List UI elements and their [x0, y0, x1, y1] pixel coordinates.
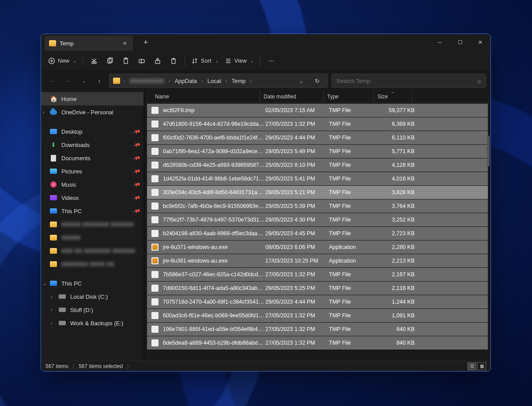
column-size[interactable]: ⌄Size: [374, 90, 412, 102]
search-box[interactable]: ⌕: [332, 74, 486, 88]
table-row[interactable]: bc9e5f2c-7afb-4b0a-8ec9-915506963e1b...2…: [147, 199, 488, 213]
chevron-right-icon[interactable]: ›: [43, 110, 44, 115]
copy-button[interactable]: [102, 53, 117, 68]
breadcrumb-user[interactable]: XXXXXXXXX: [127, 77, 167, 85]
cut-button[interactable]: [87, 53, 102, 68]
sidebar-item-onedrive[interactable]: › OneDrive - Personal: [41, 105, 143, 119]
navigation-pane[interactable]: 🏠 Home › OneDrive - Personal Desktop📌⬇Do…: [41, 90, 143, 361]
application-icon: [151, 244, 158, 251]
column-date[interactable]: Date modified: [260, 90, 324, 102]
sidebar-item-downloads[interactable]: ⬇Downloads📌: [41, 138, 143, 151]
table-row[interactable]: 7b596e37-c027-46ec-925a-c142d0dcd58a...2…: [147, 268, 488, 281]
file-size: 59,377 KB: [379, 107, 415, 113]
nav-back-button[interactable]: ←: [45, 75, 58, 87]
file-name: 47d51800-9156-44c4-827d-96e19cdda84d...: [163, 121, 265, 127]
new-tab-button[interactable]: +: [138, 35, 153, 50]
paste-button[interactable]: [118, 53, 133, 68]
chevron-right-icon[interactable]: ›: [51, 308, 52, 312]
sidebar-item-this-pc[interactable]: This PC📌: [41, 204, 143, 218]
sidebar-item-drive[interactable]: ›Local Disk (C:): [41, 290, 143, 303]
address-dropdown[interactable]: ⌄: [296, 78, 306, 84]
table-row[interactable]: 303e034c-83c6-4d8f-8d50-64831731ad80...2…: [147, 186, 488, 199]
file-size: 2,280 KB: [379, 244, 415, 250]
file-date: 27/05/2023 1:32 PM: [265, 312, 329, 319]
sidebar-item-videos[interactable]: Videos📌: [41, 191, 143, 204]
sort-button[interactable]: Sort⌄: [189, 53, 221, 68]
breadcrumb[interactable]: › XXXXXXXXX › AppData › Local › Temp › ⌄…: [109, 74, 328, 88]
table-row[interactable]: 47d51800-9156-44c4-827d-96e19cdda84d...2…: [147, 117, 488, 131]
sidebar-item-pictures[interactable]: Pictures📌: [41, 165, 143, 178]
breadcrumb-local[interactable]: Local: [205, 77, 224, 85]
table-row[interactable]: 77f5e2f7-73b7-4878-b497-5370e73d3144...2…: [147, 213, 488, 226]
chevron-down-icon[interactable]: ⌄: [43, 281, 46, 286]
table-row[interactable]: f00cf0d2-7636-4700-aef6-bbda1f1e24f2.t..…: [147, 131, 488, 144]
column-name[interactable]: Name: [151, 90, 260, 102]
breadcrumb-appdata[interactable]: AppData: [172, 77, 200, 85]
share-button[interactable]: [150, 53, 165, 68]
sidebar-item-drive[interactable]: ›Work & Backups (E:): [41, 316, 143, 330]
table-row[interactable]: b2404198-a830-4aab-8968-df5ec3daa183...2…: [147, 227, 488, 240]
column-headers: Name Date modified Type ⌄Size: [145, 90, 490, 103]
home-icon: 🏠: [50, 95, 57, 102]
rename-button[interactable]: [134, 53, 149, 68]
column-type[interactable]: Type: [324, 90, 374, 102]
table-row[interactable]: 7d800150-6d11-4f74-ada5-a80c343abe0f...2…: [147, 282, 488, 295]
tab-temp[interactable]: Temp ×: [45, 36, 133, 51]
folder-icon: [49, 40, 56, 46]
file-date: 29/05/2023 4:45 PM: [265, 230, 329, 237]
nav-forward-button[interactable]: →: [61, 75, 74, 87]
sidebar-item-folder[interactable]: XXX XX XXXXXXX XXXXXX: [41, 244, 143, 257]
minimize-button[interactable]: ─: [430, 34, 450, 51]
table-row[interactable]: jre-8u361-windows-au.exe17/03/2023 10:25…: [147, 254, 488, 267]
file-name: d628580b-cd38-4e25-a893-939859587e9a...: [163, 162, 265, 168]
pin-icon: 📌: [133, 128, 141, 135]
table-row[interactable]: d628580b-cd38-4e25-a893-939859587e9a...2…: [147, 158, 488, 172]
sidebar-item-documents[interactable]: Documents📌: [41, 151, 143, 165]
sidebar-item-drive[interactable]: ›Stuff (D:): [41, 303, 143, 316]
nav-up-button[interactable]: ↑: [93, 75, 106, 87]
address-bar: ← → ⌄ ↑ › XXXXXXXXX › AppData › Local › …: [41, 71, 490, 90]
table-row[interactable]: 1d4252fa-01dd-414f-98b6-1ebe58dc71d8...2…: [147, 172, 488, 185]
maximize-button[interactable]: ☐: [450, 34, 470, 51]
close-tab-icon[interactable]: ×: [123, 40, 127, 47]
table-row[interactable]: jre-8u371-windows-au.exe08/05/2023 6:06 …: [147, 241, 488, 254]
table-row[interactable]: 600ad3c6-f61e-46ec-b069-9ee55d0fd1fc.t..…: [147, 309, 488, 322]
vertical-scrollbar[interactable]: [487, 135, 490, 166]
file-size: 1,244 KB: [379, 299, 415, 305]
table-row[interactable]: wct82F8.tmp02/05/2023 7:15 AMTMP File59,…: [147, 104, 488, 117]
table-row[interactable]: 6de5dea8-a689-4453-b29b-dfdb88abd2c...27…: [147, 336, 488, 350]
file-icon: [151, 203, 158, 210]
chevron-right-icon[interactable]: ›: [51, 294, 52, 299]
trash-icon: [170, 57, 177, 64]
icons-view-button[interactable]: ▦: [477, 362, 486, 370]
sidebar-item-folder[interactable]: XXXXXXX XXXX XX: [41, 257, 143, 271]
table-row[interactable]: 7075718d-2470-4a00-89f1-c384cf354162.t..…: [147, 295, 488, 308]
search-input[interactable]: [336, 78, 478, 84]
chevron-right-icon[interactable]: ›: [51, 321, 52, 326]
view-button[interactable]: View⌄: [222, 53, 257, 68]
table-row[interactable]: 0ab71f95-8ea1-472a-9089-d102a9eceb5c...2…: [147, 145, 488, 158]
file-size: 3,252 KB: [379, 217, 415, 223]
breadcrumb-temp[interactable]: Temp: [229, 77, 248, 85]
doc-icon: [51, 155, 56, 162]
more-button[interactable]: ⋯: [264, 53, 279, 68]
file-type: TMP File: [329, 121, 379, 127]
sidebar-item-music[interactable]: ♪Music📌: [41, 178, 143, 191]
sidebar-item-home[interactable]: 🏠 Home: [41, 92, 143, 105]
close-window-button[interactable]: ✕: [470, 34, 490, 51]
file-icon: [151, 216, 158, 223]
sidebar-item-folder[interactable]: XXXXX XXXXXXX XXXXXX: [41, 218, 143, 231]
details-view-button[interactable]: ☰: [468, 362, 476, 370]
file-date: 25/05/2023 8:10 PM: [265, 162, 329, 168]
sidebar-item-desktop[interactable]: Desktop📌: [41, 125, 143, 138]
refresh-button[interactable]: ↻: [310, 74, 324, 88]
down-icon: ⬇: [51, 141, 56, 148]
table-row[interactable]: 196e7801-885f-41ed-a55e-bf354ef8b41a.t..…: [147, 323, 488, 336]
file-type: TMP File: [329, 217, 379, 223]
sidebar-item-folder[interactable]: XXXXX: [41, 231, 143, 244]
new-button[interactable]: New⌄: [45, 53, 79, 68]
nav-recent-button[interactable]: ⌄: [77, 75, 90, 87]
sidebar-item-thispc[interactable]: ⌄ This PC: [41, 277, 143, 290]
delete-button[interactable]: [166, 53, 181, 68]
file-list[interactable]: wct82F8.tmp02/05/2023 7:15 AMTMP File59,…: [145, 103, 490, 361]
